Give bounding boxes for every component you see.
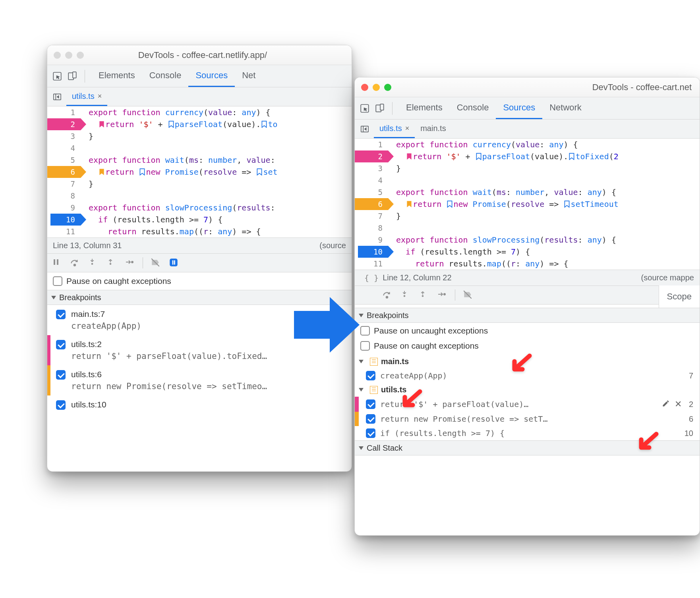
file-tab[interactable]: main.ts — [415, 120, 451, 138]
step-over-icon[interactable] — [70, 257, 81, 268]
annotation-arrow-icon — [400, 388, 424, 414]
scope-tab[interactable]: Scope — [659, 285, 700, 308]
step-out-icon[interactable] — [106, 257, 117, 268]
checkbox-icon[interactable] — [360, 326, 370, 336]
tab-elements[interactable]: Elements — [399, 97, 450, 119]
tab-sources[interactable]: Sources — [188, 65, 235, 87]
cursor-position: Line 13, Column 31 — [53, 241, 122, 250]
file-tabs: utils.ts× — [47, 87, 352, 106]
code-editor[interactable]: 1export function currency(value: any) {2… — [47, 106, 352, 237]
checkbox-icon[interactable] — [56, 310, 66, 319]
svg-rect-2 — [73, 72, 76, 78]
pause-uncaught-label: Pause on uncaught exceptions — [374, 326, 488, 336]
file-tabs: utils.ts×main.ts — [355, 120, 700, 139]
debugger-toolbar — [47, 253, 352, 272]
pretty-print-icon[interactable]: { } — [360, 273, 383, 283]
pause-on-exceptions-icon[interactable] — [168, 257, 180, 268]
svg-point-6 — [74, 264, 75, 266]
svg-rect-5 — [57, 259, 58, 265]
svg-point-7 — [91, 263, 93, 265]
transition-arrow-icon — [290, 289, 362, 361]
breakpoint-item[interactable]: utils.ts:10 — [47, 395, 352, 414]
checkbox-icon[interactable] — [360, 341, 370, 351]
checkbox-icon[interactable] — [53, 276, 62, 286]
breakpoints-header[interactable]: Breakpoints — [355, 308, 700, 323]
checkbox-icon[interactable] — [56, 400, 66, 410]
svg-point-9 — [131, 261, 133, 263]
zoom-dot-icon[interactable] — [77, 52, 84, 59]
titlebar: DevTools - coffee-cart.net — [355, 77, 700, 97]
source-mapped-label: (source mappe — [641, 273, 694, 282]
devtools-tabs: ElementsConsoleSourcesNetwork — [355, 97, 700, 120]
window-title: DevTools - coffee-cart.netlify.app/ — [88, 50, 317, 60]
devtools-tabs: ElementsConsoleSourcesNet — [47, 65, 352, 87]
minimize-dot-icon[interactable] — [373, 84, 380, 91]
annotation-arrow-icon — [510, 353, 534, 378]
svg-rect-14 — [380, 104, 384, 110]
group-name: main.ts — [381, 357, 409, 366]
device-toggle-icon[interactable] — [66, 70, 78, 82]
devtools-window-right: DevTools - coffee-cart.net ElementsConso… — [354, 77, 700, 536]
step-out-icon[interactable] — [418, 289, 429, 301]
pause-icon[interactable] — [51, 257, 62, 268]
minimize-dot-icon[interactable] — [65, 52, 72, 59]
close-dot-icon[interactable] — [361, 84, 368, 91]
pause-caught-label: Pause on caught exceptions — [374, 341, 479, 351]
file-icon — [370, 386, 378, 394]
pause-caught-row[interactable]: Pause on caught exceptions — [47, 272, 352, 290]
step-icon[interactable] — [437, 289, 448, 301]
breakpoint-item[interactable]: utils.ts:6return new Promise(resolve => … — [47, 365, 352, 395]
debugger-toolbar — [355, 285, 659, 305]
remove-icon[interactable]: ✕ — [675, 399, 682, 409]
breakpoint-line[interactable]: return new Promise(resolve => setT…6 — [355, 412, 700, 426]
svg-point-17 — [404, 295, 406, 297]
zoom-dot-icon[interactable] — [384, 84, 391, 91]
step-icon[interactable] — [124, 257, 135, 268]
tab-console[interactable]: Console — [142, 65, 189, 87]
step-into-icon[interactable] — [88, 257, 99, 268]
triangle-down-icon — [359, 388, 364, 392]
deactivate-breakpoints-icon[interactable] — [150, 257, 161, 268]
checkbox-icon[interactable] — [56, 340, 66, 349]
status-bar: { } Line 12, Column 22 (source mappe — [355, 270, 700, 285]
file-tab[interactable]: utils.ts× — [374, 120, 415, 138]
step-into-icon[interactable] — [400, 289, 411, 301]
close-icon[interactable]: × — [98, 92, 102, 100]
pause-caught-label: Pause on caught exceptions — [66, 276, 171, 286]
navigator-toggle-icon[interactable] — [50, 90, 64, 104]
inspect-icon[interactable] — [359, 102, 371, 114]
triangle-down-icon — [359, 446, 364, 450]
svg-point-19 — [444, 293, 445, 295]
svg-point-18 — [422, 295, 424, 297]
edit-icon[interactable] — [662, 399, 670, 409]
triangle-down-icon — [51, 296, 56, 299]
deactivate-breakpoints-icon[interactable] — [462, 289, 474, 301]
checkbox-icon[interactable] — [366, 414, 375, 424]
step-over-icon[interactable] — [382, 289, 393, 301]
tab-console[interactable]: Console — [450, 97, 496, 119]
close-dot-icon[interactable] — [54, 52, 61, 59]
tab-network[interactable]: Network — [542, 97, 589, 119]
tab-sources[interactable]: Sources — [496, 97, 542, 119]
navigator-toggle-icon[interactable] — [358, 122, 371, 136]
close-icon[interactable]: × — [405, 124, 410, 133]
checkbox-icon[interactable] — [366, 428, 375, 438]
traffic-lights — [361, 84, 391, 91]
device-toggle-icon[interactable] — [374, 102, 386, 114]
checkbox-icon[interactable] — [366, 371, 375, 380]
status-bar: Line 13, Column 31 (source — [47, 237, 352, 253]
svg-point-8 — [110, 263, 112, 265]
file-tab[interactable]: utils.ts× — [66, 87, 107, 106]
pause-uncaught-row[interactable]: Pause on uncaught exceptions — [355, 323, 700, 339]
checkbox-icon[interactable] — [56, 370, 66, 380]
traffic-lights — [54, 52, 84, 59]
code-editor[interactable]: 1export function currency(value: any) {2… — [355, 139, 700, 270]
tab-net[interactable]: Net — [235, 65, 263, 87]
breakpoints-label: Breakpoints — [367, 311, 409, 320]
tab-elements[interactable]: Elements — [91, 65, 142, 87]
inspect-icon[interactable] — [51, 70, 63, 82]
pause-caught-row[interactable]: Pause on caught exceptions — [355, 339, 700, 355]
svg-point-16 — [386, 296, 388, 298]
checkbox-icon[interactable] — [366, 399, 375, 409]
file-icon — [370, 358, 378, 366]
